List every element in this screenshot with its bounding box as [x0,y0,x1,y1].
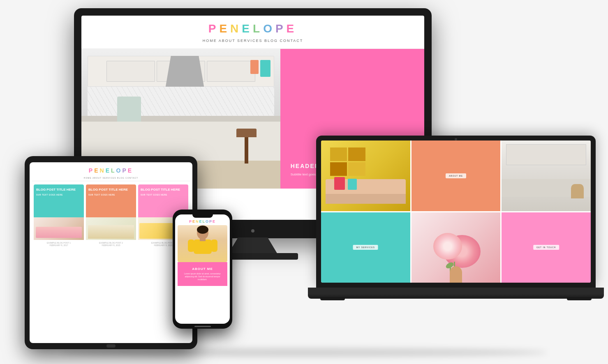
blog-card-date-1: FEBRUARY 8, 2017 [35,244,82,247]
range-hood [165,56,205,91]
art-grid [330,147,366,176]
phone-screen: PENELOPE [175,214,230,324]
blog-card-top-1: BLOG POST TITLE HERE SUB TEXT GOES HERE [34,184,84,217]
blog-card-title-1: BLOG POST TITLE HERE [36,188,81,192]
logo-letter-l: L [253,22,263,35]
laptop: ABOUT ME MY SERVICES [308,136,604,333]
decor-item2 [250,60,258,74]
cabinet-top [506,144,586,165]
phone-home-indicator [194,326,211,327]
logo-letter-n: N [230,22,242,35]
stool [236,129,256,164]
tablet-blog-grid: BLOG POST TITLE HERE SUB TEXT GOES HERE … [32,181,190,249]
monitor-power-button [251,229,254,233]
monitor-nav[interactable]: HOME ABOUT SERVICES BLOG CONTACT [81,35,424,45]
logo-letter-e3: E [287,22,298,35]
phone-about-title: ABOUT ME [181,267,224,271]
svg-point-1 [197,226,208,234]
stool-leg [245,137,249,164]
svg-rect-3 [188,240,194,252]
tablet-frame: PENELOPE HOME ABOUT SERVICES BLOG CONTAC… [25,156,197,349]
blog-card-sub-3: SUB TEXT GOES HERE [141,194,186,196]
phone-site: PENELOPE [175,214,230,286]
tablet-site: PENELOPE HOME ABOUT SERVICES BLOG CONTAC… [30,162,192,249]
phone-notch [192,214,213,218]
art-square [348,162,365,176]
laptop-about-btn[interactable]: ABOUT ME [446,173,466,178]
card-img-furniture [36,227,82,238]
svg-rect-5 [200,238,206,241]
cabinet-door [207,61,255,82]
logo-letter-e1: E [219,22,230,35]
logo-letter-p2: P [275,22,287,35]
stool-seat [236,129,256,137]
phone-about-section: ABOUT ME Lorem ipsum dolor sit amet, con… [178,262,227,286]
phone-logo: PENELOPE [178,219,227,223]
laptop-cell-5 [411,212,501,283]
blog-card-footer-2: EXAMPLE BLOG POST 2 FEBRUARY 8, 2015 [86,240,136,247]
scene-shadow [61,348,547,357]
art-square [330,162,347,176]
laptop-cell-4: MY SERVICES [321,212,410,283]
phone-hero-image [178,225,227,262]
pillow [334,177,345,190]
tablet-logo: PENELOPE [32,166,190,175]
phone-about-text: Lorem ipsum dolor sit amet, consectetur … [181,272,224,281]
svg-rect-4 [211,240,217,252]
decor-item [260,60,270,77]
tablet-nav[interactable]: HOME ABOUT SERVICES BLOG CONTACT [32,175,190,181]
laptop-cell-6: GET IN TOUCH [502,212,591,283]
laptop-services-btn[interactable]: MY SERVICES [353,245,378,250]
blog-card-sub-1: SUB TEXT GOES HERE [36,194,81,196]
blog-card-img-1 [34,217,84,240]
laptop-site: ABOUT ME MY SERVICES [321,141,591,283]
peony-2 [433,233,462,260]
blog-card-footer-1: EXAMPLE BLOG POST 1 FEBRUARY 8, 2017 [34,240,84,247]
laptop-foot-left [320,297,345,300]
blog-card-date-2: FEBRUARY 8, 2015 [88,244,134,247]
blog-card-top-2: BLOG POST TITLE HERE SUB TEXT GOES HERE [86,184,136,217]
blog-card-img-2 [86,217,136,240]
blog-card-title-2: BLOG POST TITLE HERE [88,188,134,192]
laptop-screen: ABOUT ME MY SERVICES [321,141,591,283]
laptop-contact-btn[interactable]: GET IN TOUCH [533,245,559,250]
logo-letter-o: O [263,22,275,35]
pillow2 [348,179,357,190]
laptop-cell-3 [502,141,591,211]
counter-top [81,116,280,122]
blog-card-2: BLOG POST TITLE HERE SUB TEXT GOES HERE … [86,184,136,247]
logo-letter-p1: P [208,22,220,35]
phone: PENELOPE [173,210,232,329]
blog-card-sub-2: SUB TEXT GOES HERE [88,194,134,196]
monitor-stand [228,237,277,254]
hand [450,266,462,283]
art-square [348,147,365,161]
laptop-cell-2: ABOUT ME [411,141,501,211]
svg-rect-2 [194,240,212,254]
backsplash [88,87,275,117]
cabinet-door [106,61,155,82]
peony-group [437,231,474,264]
monitor-site-header: PENELOPE HOME ABOUT SERVICES BLOG CONTAC… [81,16,424,49]
person-figure [178,225,227,262]
monitor-logo: PENELOPE [81,22,424,35]
tablet: PENELOPE HOME ABOUT SERVICES BLOG CONTAC… [25,156,197,349]
tablet-home-button[interactable] [106,344,116,348]
laptop-cell-1 [321,141,410,211]
person-svg [186,226,219,262]
card-img-decor [88,225,134,239]
blog-card-title-3: BLOG POST TITLE HERE [141,188,186,192]
art-square [330,147,347,161]
logo-letter-e2: E [242,22,253,35]
phone-frame: PENELOPE [173,210,232,329]
laptop-screen-outer: ABOUT ME MY SERVICES [316,136,596,288]
scene: PENELOPE HOME ABOUT SERVICES BLOG CONTAC… [0,0,608,364]
blog-card-1: BLOG POST TITLE HERE SUB TEXT GOES HERE … [34,184,84,247]
tablet-screen: PENELOPE HOME ABOUT SERVICES BLOG CONTAC… [30,162,192,343]
couch-cushions [326,194,406,204]
laptop-feet [320,297,592,300]
kitchen-item [571,184,583,198]
mixer [117,97,141,122]
laptop-foot-right [567,297,592,300]
